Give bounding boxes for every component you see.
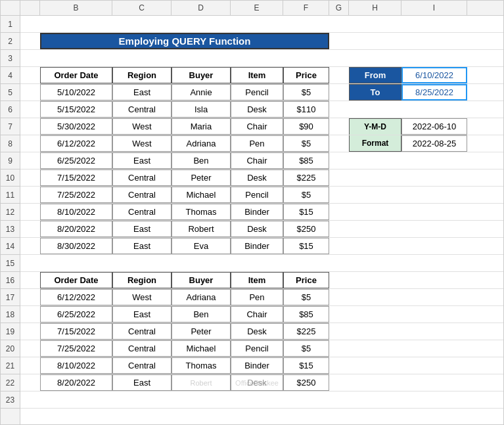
cell-4a[interactable] xyxy=(20,67,40,83)
cell-10a[interactable] xyxy=(20,169,40,186)
cell-2h[interactable] xyxy=(349,33,401,49)
cell-15f[interactable] xyxy=(283,255,329,271)
cell-20e[interactable]: Pencil xyxy=(231,340,283,357)
cell-9g[interactable] xyxy=(329,152,349,169)
cell-19d[interactable]: Peter xyxy=(172,323,231,340)
cell-8f[interactable]: $5 xyxy=(283,135,329,152)
cell-9i[interactable] xyxy=(401,152,467,169)
cell-7b[interactable]: 5/30/2022 xyxy=(40,118,112,135)
cell-20c[interactable]: Central xyxy=(112,340,172,357)
cell-3i[interactable] xyxy=(401,50,467,66)
cell-7f[interactable]: $90 xyxy=(283,118,329,135)
cell-6g[interactable] xyxy=(329,101,349,118)
cell-22h[interactable] xyxy=(349,374,401,391)
col-header-b[interactable]: B xyxy=(40,1,112,15)
cell-9d[interactable]: Ben xyxy=(172,152,231,169)
cell-19i[interactable] xyxy=(401,323,467,340)
cell-21a[interactable] xyxy=(20,357,40,374)
cell-8b[interactable]: 6/12/2022 xyxy=(40,135,112,152)
cell-2g[interactable] xyxy=(329,33,349,49)
cell-11d[interactable]: Michael xyxy=(172,187,231,203)
cell-11e[interactable]: Pencil xyxy=(231,187,283,203)
row-num-12[interactable]: 12 xyxy=(1,204,20,221)
cell-16h[interactable] xyxy=(349,272,401,288)
cell-19c[interactable]: Central xyxy=(112,323,172,340)
cell-22b[interactable]: 8/20/2022 xyxy=(40,374,112,391)
cell-9b[interactable]: 6/25/2022 xyxy=(40,152,112,169)
cell-16i[interactable] xyxy=(401,272,467,288)
cell-12f[interactable]: $15 xyxy=(283,204,329,220)
col-header-i[interactable]: I xyxy=(401,1,467,15)
cell-6i[interactable] xyxy=(401,101,467,118)
cell-23h[interactable] xyxy=(349,391,401,408)
cell-16g[interactable] xyxy=(329,272,349,288)
cell-20g[interactable] xyxy=(329,340,349,357)
row-num-1[interactable]: 1 xyxy=(1,16,20,33)
cell-13c[interactable]: East xyxy=(112,221,172,237)
cell-11b[interactable]: 7/25/2022 xyxy=(40,187,112,203)
cell-21d[interactable]: Thomas xyxy=(172,357,231,374)
cell-13i[interactable] xyxy=(401,221,467,237)
cell-23i[interactable] xyxy=(401,391,467,408)
cell-5d[interactable]: Annie xyxy=(172,84,231,101)
cell-10g[interactable] xyxy=(329,169,349,186)
row-num-6[interactable]: 6 xyxy=(1,101,20,118)
cell-15i[interactable] xyxy=(401,255,467,271)
col-header-e[interactable]: E xyxy=(231,1,283,15)
cell-19b[interactable]: 7/15/2022 xyxy=(40,323,112,340)
cell-21c[interactable]: Central xyxy=(112,357,172,374)
cell-4g[interactable] xyxy=(329,67,349,83)
cell-12i[interactable] xyxy=(401,204,467,220)
row-num-9[interactable]: 9 xyxy=(1,152,20,169)
cell-17c[interactable]: West xyxy=(112,289,172,305)
cell-22f[interactable]: $250 xyxy=(283,374,329,391)
cell-5g[interactable] xyxy=(329,84,349,101)
cell-5f[interactable]: $5 xyxy=(283,84,329,101)
cell-6f[interactable]: $110 xyxy=(283,101,329,118)
cell-1d[interactable] xyxy=(172,16,231,32)
cell-20d[interactable]: Michael xyxy=(172,340,231,357)
cell-11a[interactable] xyxy=(20,187,40,203)
row-num-14[interactable]: 14 xyxy=(1,238,20,255)
cell-16a[interactable] xyxy=(20,272,40,288)
cell-19g[interactable] xyxy=(329,323,349,340)
cell-1f[interactable] xyxy=(283,16,329,32)
row-num-15[interactable]: 15 xyxy=(1,255,20,272)
cell-21h[interactable] xyxy=(349,357,401,374)
cell-10i[interactable] xyxy=(401,169,467,186)
cell-10f[interactable]: $225 xyxy=(283,169,329,186)
cell-18e[interactable]: Chair xyxy=(231,306,283,323)
cell-17d[interactable]: Adriana xyxy=(172,289,231,305)
cell-13a[interactable] xyxy=(20,221,40,237)
cell-3c[interactable] xyxy=(112,50,172,66)
cell-19h[interactable] xyxy=(349,323,401,340)
cell-14e[interactable]: Binder xyxy=(231,238,283,254)
cell-3e[interactable] xyxy=(231,50,283,66)
cell-9c[interactable]: East xyxy=(112,152,172,169)
cell-12e[interactable]: Binder xyxy=(231,204,283,220)
cell-9e[interactable]: Chair xyxy=(231,152,283,169)
cell-3a[interactable] xyxy=(20,50,40,66)
cell-14i[interactable] xyxy=(401,238,467,254)
cell-18i[interactable] xyxy=(401,306,467,323)
cell-12d[interactable]: Thomas xyxy=(172,204,231,220)
cell-13h[interactable] xyxy=(349,221,401,237)
cell-20a[interactable] xyxy=(20,340,40,357)
cell-15b[interactable] xyxy=(40,255,112,271)
cell-14c[interactable]: East xyxy=(112,238,172,254)
cell-17a[interactable] xyxy=(20,289,40,305)
cell-22g[interactable] xyxy=(329,374,349,391)
cell-7c[interactable]: West xyxy=(112,118,172,135)
cell-8e[interactable]: Pen xyxy=(231,135,283,152)
cell-18a[interactable] xyxy=(20,306,40,323)
cell-15a[interactable] xyxy=(20,255,40,271)
cell-23e[interactable] xyxy=(231,391,283,408)
cell-12h[interactable] xyxy=(349,204,401,220)
cell-22i[interactable] xyxy=(401,374,467,391)
cell-6c[interactable]: Central xyxy=(112,101,172,118)
cell-14b[interactable]: 8/30/2022 xyxy=(40,238,112,254)
cell-23b[interactable] xyxy=(40,391,112,408)
row-num-20[interactable]: 20 xyxy=(1,340,20,357)
cell-17g[interactable] xyxy=(329,289,349,305)
cell-11f[interactable]: $5 xyxy=(283,187,329,203)
